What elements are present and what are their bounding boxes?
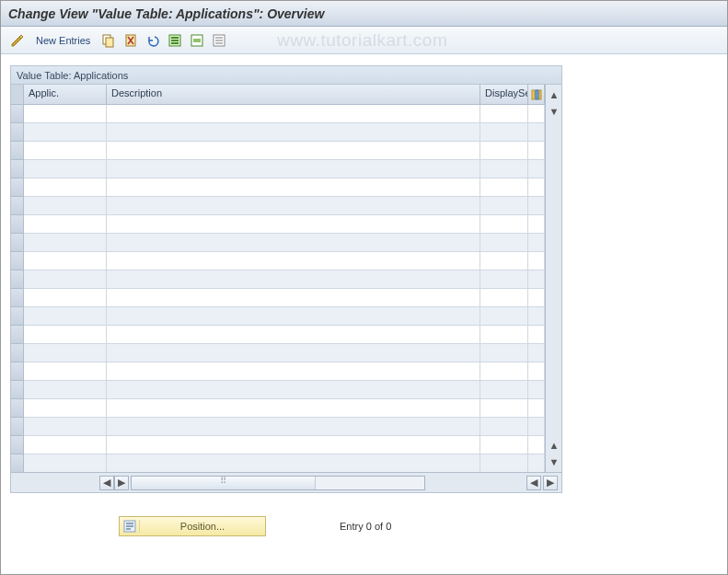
row-selector[interactable] — [11, 215, 24, 234]
cell-applic[interactable] — [24, 362, 107, 381]
row-selector[interactable] — [11, 326, 24, 344]
cell-description[interactable] — [107, 123, 480, 142]
cell-displayseq[interactable] — [480, 418, 528, 436]
cell-displayseq[interactable] — [480, 123, 528, 142]
cell-displayseq[interactable] — [480, 399, 528, 418]
cell-applic[interactable] — [24, 454, 107, 472]
cell-displayseq[interactable] — [480, 381, 528, 399]
cell-applic[interactable] — [24, 399, 107, 418]
deselect-all-icon[interactable] — [210, 31, 228, 50]
scroll-up-icon[interactable]: ▲ — [548, 88, 560, 101]
scroll-page-down-icon[interactable]: ▼ — [548, 455, 560, 468]
column-config-button[interactable] — [528, 85, 545, 105]
position-button[interactable]: Position... — [119, 516, 266, 536]
cell-displayseq[interactable] — [480, 215, 528, 234]
row-selector[interactable] — [11, 270, 24, 289]
cell-applic[interactable] — [24, 326, 107, 344]
row-selector[interactable] — [11, 436, 24, 454]
row-selector[interactable] — [11, 418, 24, 436]
row-selector[interactable] — [11, 381, 24, 399]
cell-applic[interactable] — [24, 215, 107, 234]
hscroll-end-left-icon[interactable]: ◀ — [526, 476, 541, 490]
column-header-applic[interactable]: Applic. — [24, 85, 107, 105]
column-header-description[interactable]: Description — [107, 85, 480, 105]
cell-displayseq[interactable] — [480, 252, 528, 270]
cell-displayseq[interactable] — [480, 142, 528, 160]
select-block-icon[interactable] — [188, 31, 206, 50]
row-selector[interactable] — [11, 344, 24, 362]
row-selector[interactable] — [11, 454, 24, 473]
cell-description[interactable] — [107, 436, 480, 454]
hscroll-right-icon[interactable]: ▶ — [114, 476, 129, 490]
row-selector[interactable] — [11, 160, 24, 178]
cell-displayseq[interactable] — [480, 234, 528, 252]
cell-description[interactable] — [107, 454, 480, 472]
cell-description[interactable] — [107, 142, 480, 160]
cell-applic[interactable] — [24, 270, 107, 289]
cell-description[interactable] — [107, 326, 480, 344]
copy-as-icon[interactable] — [99, 31, 118, 50]
row-selector[interactable] — [11, 399, 24, 418]
hscroll-left-icon[interactable]: ◀ — [99, 476, 114, 490]
row-selector[interactable] — [11, 197, 24, 215]
row-selector[interactable] — [11, 362, 24, 381]
cell-applic[interactable] — [24, 178, 107, 197]
cell-applic[interactable] — [24, 418, 107, 436]
cell-description[interactable] — [107, 381, 480, 399]
select-all-icon[interactable] — [166, 31, 184, 50]
row-selector[interactable] — [11, 252, 24, 270]
undo-change-icon[interactable] — [144, 31, 162, 50]
cell-description[interactable] — [107, 289, 480, 307]
cell-displayseq[interactable] — [480, 454, 528, 472]
cell-description[interactable] — [107, 197, 480, 215]
cell-displayseq[interactable] — [480, 178, 528, 197]
delete-icon[interactable] — [121, 31, 140, 50]
cell-applic[interactable] — [24, 252, 107, 270]
cell-displayseq[interactable] — [480, 270, 528, 289]
toggle-display-change-icon[interactable] — [8, 31, 27, 50]
scroll-down-icon[interactable]: ▼ — [548, 105, 560, 118]
row-selector[interactable] — [11, 105, 24, 123]
cell-description[interactable] — [107, 234, 480, 252]
cell-description[interactable] — [107, 418, 480, 436]
cell-applic[interactable] — [24, 123, 107, 142]
vertical-scrollbar[interactable]: ▲ ▼ ▲ ▼ — [545, 85, 561, 472]
row-selector[interactable] — [11, 123, 24, 142]
cell-description[interactable] — [107, 307, 480, 326]
cell-displayseq[interactable] — [480, 307, 528, 326]
cell-displayseq[interactable] — [480, 105, 528, 123]
row-selector[interactable] — [11, 307, 24, 326]
new-entries-button[interactable]: New Entries — [30, 34, 96, 47]
cell-displayseq[interactable] — [480, 289, 528, 307]
cell-description[interactable] — [107, 344, 480, 362]
cell-applic[interactable] — [24, 344, 107, 362]
cell-displayseq[interactable] — [480, 160, 528, 178]
cell-applic[interactable] — [24, 105, 107, 123]
cell-applic[interactable] — [24, 234, 107, 252]
row-selector[interactable] — [11, 178, 24, 197]
cell-applic[interactable] — [24, 436, 107, 454]
cell-applic[interactable] — [24, 289, 107, 307]
row-selector[interactable] — [11, 234, 24, 252]
cell-applic[interactable] — [24, 160, 107, 178]
scroll-page-up-icon[interactable]: ▲ — [548, 439, 560, 452]
cell-applic[interactable] — [24, 381, 107, 399]
cell-description[interactable] — [107, 399, 480, 418]
row-selector[interactable] — [11, 142, 24, 160]
cell-description[interactable] — [107, 270, 480, 289]
cell-description[interactable] — [107, 215, 480, 234]
cell-applic[interactable] — [24, 307, 107, 326]
cell-description[interactable] — [107, 252, 480, 270]
cell-displayseq[interactable] — [480, 362, 528, 381]
row-selector[interactable] — [11, 289, 24, 307]
cell-applic[interactable] — [24, 197, 107, 215]
cell-displayseq[interactable] — [480, 197, 528, 215]
hscroll-end-right-icon[interactable]: ▶ — [543, 476, 558, 490]
cell-displayseq[interactable] — [480, 344, 528, 362]
cell-description[interactable] — [107, 105, 480, 123]
cell-description[interactable] — [107, 178, 480, 197]
cell-description[interactable] — [107, 362, 480, 381]
column-header-displayseq[interactable]: DisplaySe — [480, 85, 528, 105]
cell-description[interactable] — [107, 160, 480, 178]
hscroll-track[interactable] — [131, 476, 425, 490]
